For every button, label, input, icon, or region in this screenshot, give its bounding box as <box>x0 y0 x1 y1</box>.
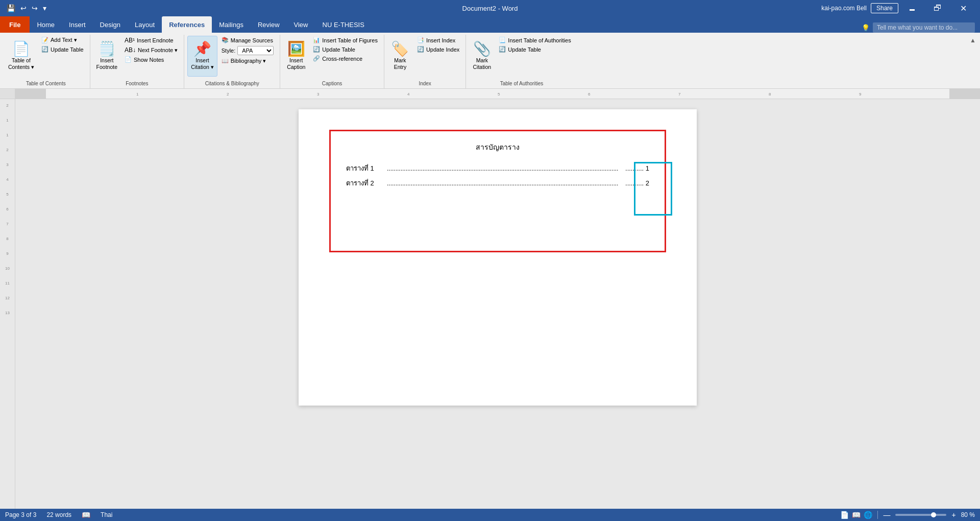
cross-reference-label: Cross-reference <box>322 56 362 62</box>
tab-view[interactable]: View <box>287 16 315 33</box>
window-title: Document2 - Word <box>462 5 518 12</box>
insert-footnote-icon: 🗒️ <box>98 42 116 56</box>
update-table-label: Update Table <box>51 46 84 53</box>
collapse-ribbon-button[interactable]: ▲ <box>968 35 978 88</box>
read-mode-icon[interactable]: 📖 <box>852 511 861 519</box>
tab-nu-ethesis[interactable]: NU E-THESIS <box>315 16 372 33</box>
document-canvas: สารบัญตาราง ตารางที่ 1 .................… <box>15 99 980 509</box>
manage-sources-button[interactable]: 📚 Manage Sources <box>218 36 277 44</box>
insert-table-figures-button[interactable]: 📊 Insert Table of Figures <box>310 36 381 44</box>
table-of-contents-button[interactable]: 📄 Table ofContents ▾ <box>5 36 37 77</box>
cross-reference-button[interactable]: 🔗 Cross-reference <box>310 54 381 63</box>
status-bar: Page 3 of 3 22 words 📖 Thai 📄 📖 🌐 — + 80… <box>0 509 980 521</box>
update-table3-button[interactable]: 🔄 Update Table <box>496 45 574 54</box>
insert-index-button[interactable]: 📑 Insert Index <box>414 36 462 44</box>
citations-group-label: Citations & Bibliography <box>187 80 277 87</box>
show-notes-icon: 📄 <box>125 56 132 63</box>
word-count: 22 words <box>46 511 71 518</box>
update-table-button[interactable]: 🔄 Update Table <box>38 45 87 54</box>
tab-review[interactable]: Review <box>251 16 287 33</box>
next-footnote-button[interactable]: AB↓ Next Footnote ▾ <box>121 45 181 55</box>
toc-small-buttons: 📝 Add Text ▾ 🔄 Update Table <box>38 36 87 54</box>
web-layout-icon[interactable]: 🌐 <box>864 511 872 519</box>
redo-icon[interactable]: ↪ <box>30 3 39 13</box>
status-right: 📄 📖 🌐 — + 80 % <box>840 511 975 519</box>
insert-caption-button[interactable]: 🖼️ InsertCaption <box>283 36 309 77</box>
save-icon[interactable]: 💾 <box>5 3 17 13</box>
ruler-corner <box>0 89 15 99</box>
add-text-button[interactable]: 📝 Add Text ▾ <box>38 36 87 44</box>
show-notes-label: Show Notes <box>134 57 164 63</box>
search-input[interactable] <box>873 22 975 33</box>
tab-insert[interactable]: Insert <box>62 16 93 33</box>
add-text-icon: 📝 <box>41 37 48 43</box>
tab-references[interactable]: References <box>162 16 212 33</box>
citations-small-buttons: 📚 Manage Sources Style: APA MLA Chicago … <box>218 36 277 65</box>
authorities-group-content: 📎 MarkCitation 📃 Insert Table of Authori… <box>469 36 574 80</box>
insert-table-figures-icon: 📊 <box>313 37 320 43</box>
tab-layout[interactable]: Layout <box>128 16 162 33</box>
minimize-button[interactable]: 🗕 <box>900 0 924 16</box>
toc-group-content: 📄 Table ofContents ▾ 📝 Add Text ▾ 🔄 Upda… <box>5 36 87 80</box>
tab-mailings[interactable]: Mailings <box>212 16 251 33</box>
ruler-main: 1 2 3 4 5 6 7 8 9 <box>15 89 980 99</box>
ribbon-group-captions: 🖼️ InsertCaption 📊 Insert Table of Figur… <box>280 35 384 88</box>
cross-reference-icon: 🔗 <box>313 55 320 62</box>
ribbon-group-index: 🏷️ MarkEntry 📑 Insert Index 🔄 Update Ind… <box>384 35 466 88</box>
title-bar-left: 💾 ↩ ↪ ▾ <box>5 3 48 13</box>
main-area: 2 1 1 2 3 4 5 6 7 8 9 10 11 12 13 สารบัญ… <box>0 99 980 509</box>
share-button[interactable]: Share <box>871 3 898 13</box>
close-button[interactable]: ✕ <box>951 0 975 16</box>
toc-title: สารบัญตาราง <box>346 141 649 153</box>
mark-citation-icon: 📎 <box>473 42 491 56</box>
update-index-button[interactable]: 🔄 Update Index <box>414 45 462 54</box>
bibliography-button[interactable]: 📖 Bibliography ▾ <box>218 57 277 65</box>
tab-home[interactable]: Home <box>30 16 62 33</box>
print-layout-icon[interactable]: 📄 <box>840 511 849 519</box>
document-page: สารบัญตาราง ตารางที่ 1 .................… <box>299 109 697 406</box>
ribbon-group-table-of-contents: 📄 Table ofContents ▾ 📝 Add Text ▾ 🔄 Upda… <box>2 35 90 88</box>
toc-icon: 📄 <box>12 42 30 56</box>
toc-entry-1-label: ตารางที่ 1 <box>346 163 387 174</box>
customize-icon[interactable]: ▾ <box>41 3 48 13</box>
insert-table-authorities-label: Insert Table of Authorities <box>508 37 571 43</box>
update-table3-label: Update Table <box>508 46 541 53</box>
insert-endnote-button[interactable]: AB¹ Insert Endnote <box>121 36 181 45</box>
tab-file[interactable]: File <box>0 16 30 33</box>
insert-table-authorities-button[interactable]: 📃 Insert Table of Authorities <box>496 36 574 44</box>
ribbon: 📄 Table ofContents ▾ 📝 Add Text ▾ 🔄 Upda… <box>0 33 980 89</box>
zoom-in-icon[interactable]: + <box>951 511 955 519</box>
restore-button[interactable]: 🗗 <box>926 0 949 16</box>
toc-entry-2: ตารางที่ 2 .............................… <box>346 178 649 188</box>
toc-entry-2-dots: ........................................… <box>387 180 619 187</box>
proofing-icon[interactable]: 📖 <box>82 511 90 519</box>
index-group-content: 🏷️ MarkEntry 📑 Insert Index 🔄 Update Ind… <box>387 36 462 80</box>
insert-citation-icon: 📌 <box>193 42 211 56</box>
show-notes-button[interactable]: 📄 Show Notes <box>121 55 181 64</box>
add-text-label: Add Text ▾ <box>51 37 77 43</box>
mark-citation-button[interactable]: 📎 MarkCitation <box>469 36 495 77</box>
bibliography-icon: 📖 <box>222 58 229 64</box>
ribbon-search-area: 💡 <box>862 22 980 33</box>
toc-entry-1: ตารางที่ 1 .............................… <box>346 163 649 174</box>
insert-citation-label: InsertCitation ▾ <box>191 57 214 70</box>
zoom-level: 80 % <box>961 511 975 518</box>
insert-footnote-button[interactable]: 🗒️ InsertFootnote <box>93 36 120 77</box>
zoom-slider[interactable] <box>895 514 946 516</box>
undo-icon[interactable]: ↩ <box>19 3 28 13</box>
insert-endnote-icon: AB¹ <box>125 37 135 44</box>
insert-table-figures-label: Insert Table of Figures <box>322 37 378 43</box>
citations-group-content: 📌 InsertCitation ▾ 📚 Manage Sources Styl… <box>187 36 277 80</box>
ruler-area: 1 2 3 4 5 6 7 8 9 <box>0 89 980 99</box>
style-select[interactable]: APA MLA Chicago <box>237 46 274 55</box>
insert-citation-button[interactable]: 📌 InsertCitation ▾ <box>187 36 217 77</box>
tab-design[interactable]: Design <box>93 16 128 33</box>
insert-table-authorities-icon: 📃 <box>499 37 506 43</box>
index-group-label: Index <box>387 80 462 87</box>
quick-access-toolbar: 💾 ↩ ↪ ▾ <box>5 3 48 13</box>
mark-entry-button[interactable]: 🏷️ MarkEntry <box>387 36 413 77</box>
update-table2-button[interactable]: 🔄 Update Table <box>310 45 381 54</box>
page-content-box: สารบัญตาราง ตารางที่ 1 .................… <box>329 130 666 252</box>
zoom-out-icon[interactable]: — <box>883 511 890 519</box>
insert-index-label: Insert Index <box>426 37 455 43</box>
